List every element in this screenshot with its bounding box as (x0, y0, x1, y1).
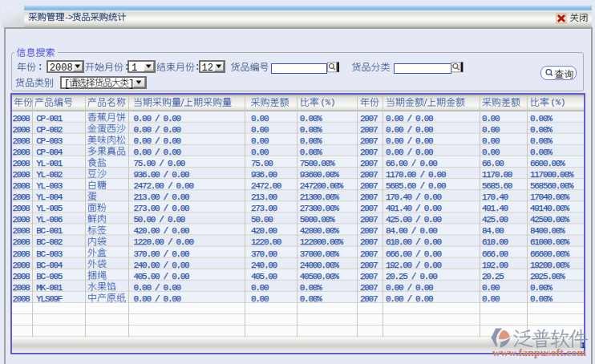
svg-text:20.25 / 0.00: 20.25 / 0.00 (386, 272, 437, 281)
svg-text:0.00%: 0.00% (300, 294, 322, 304)
svg-text:936.00: 936.00 (251, 170, 277, 180)
svg-text:84.00: 84.00 (482, 226, 504, 236)
svg-text:2008: 2008 (12, 249, 30, 259)
svg-text:2007: 2007 (360, 249, 378, 259)
svg-text:37000.00%: 37000.00% (300, 249, 339, 259)
svg-text:61000.00%: 61000.00% (530, 237, 569, 247)
svg-text:0.00%: 0.00% (530, 283, 552, 293)
svg-text:6600.00%: 6600.00% (530, 159, 565, 168)
svg-text:192.00: 192.00 (482, 261, 508, 270)
svg-text:24000.00%: 24000.00% (300, 261, 339, 270)
svg-text:66600.00%: 66600.00% (530, 249, 569, 259)
svg-text:2472.00 / 0.00: 2472.00 / 0.00 (134, 181, 194, 191)
svg-text:0.00%: 0.00% (530, 148, 552, 157)
svg-text:CP-001: CP-001 (36, 114, 63, 123)
svg-text:2007: 2007 (360, 215, 378, 224)
svg-text:2008: 2008 (12, 272, 30, 281)
svg-text:666.00 / 0.00: 666.00 / 0.00 (386, 249, 442, 259)
svg-text:2007: 2007 (360, 159, 378, 168)
svg-text:666.00: 666.00 (482, 249, 508, 259)
svg-text:0.00 / 0.00: 0.00 / 0.00 (134, 283, 181, 293)
svg-text:5000.00%: 5000.00% (300, 215, 335, 224)
svg-text:42500.00%: 42500.00% (530, 215, 569, 224)
svg-text:27300.00%: 27300.00% (300, 204, 339, 213)
svg-text:17040.00%: 17040.00% (530, 192, 569, 202)
svg-text:66.00: 66.00 (482, 159, 504, 168)
svg-text:0.00%: 0.00% (300, 114, 322, 123)
svg-text:5685.60: 5685.60 (482, 181, 512, 191)
svg-text:0.00 / 0.00: 0.00 / 0.00 (134, 136, 181, 146)
svg-text:491.40: 491.40 (482, 204, 508, 213)
svg-text:]: ] (128, 79, 135, 90)
svg-text:2008: 2008 (12, 215, 30, 224)
svg-text:2007: 2007 (360, 204, 378, 213)
svg-text:2472.00: 2472.00 (251, 181, 281, 191)
svg-text:405.00: 405.00 (251, 272, 277, 281)
svg-text:273.00 / 0.00: 273.00 / 0.00 (134, 204, 190, 213)
svg-text:1170.00: 1170.00 (482, 170, 512, 180)
svg-text:40500.00%: 40500.00% (300, 272, 339, 281)
svg-text:117000.00%: 117000.00% (530, 170, 574, 180)
svg-text:0.00%: 0.00% (530, 294, 552, 304)
svg-text:2008: 2008 (12, 148, 30, 157)
svg-text:www.fanpusoft.com: www.fanpusoft.com (492, 346, 587, 358)
svg-text:YL-003: YL-003 (36, 181, 63, 191)
svg-text:42000.00%: 42000.00% (300, 226, 339, 236)
svg-text:370.00 / 0.00: 370.00 / 0.00 (134, 249, 190, 259)
svg-text:0.00: 0.00 (251, 125, 269, 135)
svg-text:19200.00%: 19200.00% (530, 261, 569, 270)
svg-text:2007: 2007 (360, 114, 378, 123)
svg-text:93600.00%: 93600.00% (300, 170, 339, 180)
svg-text:[: [ (64, 79, 71, 90)
svg-text:YLS09F: YLS09F (36, 294, 63, 304)
svg-text:2008: 2008 (12, 283, 30, 293)
svg-text:20.25: 20.25 (482, 272, 504, 281)
svg-text:2008: 2008 (12, 226, 30, 236)
svg-text:0.00: 0.00 (251, 114, 269, 123)
svg-text:192.00 / 0.00: 192.00 / 0.00 (386, 261, 442, 270)
svg-text:75.00 / 0.00: 75.00 / 0.00 (134, 159, 185, 168)
svg-text:170.40 / 0.00: 170.40 / 0.00 (386, 192, 442, 202)
svg-text:CP-002: CP-002 (36, 125, 63, 135)
svg-text:936.00 / 0.00: 936.00 / 0.00 (134, 170, 190, 180)
svg-text:247200.00%: 247200.00% (300, 181, 344, 191)
svg-text:2008: 2008 (12, 261, 30, 270)
svg-text:0.00 / 0.00: 0.00 / 0.00 (386, 114, 433, 123)
svg-text:420.00: 420.00 (251, 226, 277, 236)
svg-text:420.00 / 0.00: 420.00 / 0.00 (134, 226, 190, 236)
svg-text:0.00: 0.00 (251, 148, 269, 157)
svg-text:21300.00%: 21300.00% (300, 192, 339, 202)
svg-text:CP-004: CP-004 (36, 148, 63, 157)
svg-text:75.00: 75.00 (251, 159, 273, 168)
svg-text:5685.60 / 0.00: 5685.60 / 0.00 (386, 181, 446, 191)
svg-text::: : (38, 62, 43, 73)
svg-text:2008: 2008 (12, 170, 30, 180)
svg-text:YL-002: YL-002 (36, 170, 63, 180)
svg-text:273.00: 273.00 (251, 204, 277, 213)
svg-text:2008: 2008 (12, 125, 30, 135)
svg-text:0.00: 0.00 (482, 125, 500, 135)
svg-text:240.00 / 0.00: 240.00 / 0.00 (134, 261, 190, 270)
svg-text:BC-004: BC-004 (36, 261, 63, 270)
svg-text:1: 1 (132, 63, 137, 74)
svg-text:0.00: 0.00 (482, 136, 500, 146)
svg-text:0.00%: 0.00% (530, 125, 552, 135)
svg-text::: : (195, 62, 200, 73)
svg-text:0.00: 0.00 (251, 294, 269, 304)
svg-text:0.00: 0.00 (482, 294, 500, 304)
svg-text:(%): (%) (321, 98, 336, 107)
svg-text:122000.00%: 122000.00% (300, 237, 344, 247)
svg-text:0.00 / 0.00: 0.00 / 0.00 (386, 136, 433, 146)
svg-text:2008: 2008 (12, 114, 30, 123)
svg-text:2007: 2007 (360, 125, 378, 135)
svg-text:YL-001: YL-001 (36, 159, 63, 168)
svg-text:0.00 / 0.00: 0.00 / 0.00 (386, 125, 433, 135)
svg-text:0.00: 0.00 (251, 136, 269, 146)
svg-text:610.00 / 0.00: 610.00 / 0.00 (386, 237, 442, 247)
svg-text:2008: 2008 (12, 237, 30, 247)
svg-text:1220.00: 1220.00 (251, 237, 281, 247)
svg-text:170.40: 170.40 (482, 192, 508, 202)
svg-text:50.00: 50.00 (251, 215, 273, 224)
svg-text:491.40 / 0.00: 491.40 / 0.00 (386, 204, 442, 213)
svg-text:2008: 2008 (12, 192, 30, 202)
